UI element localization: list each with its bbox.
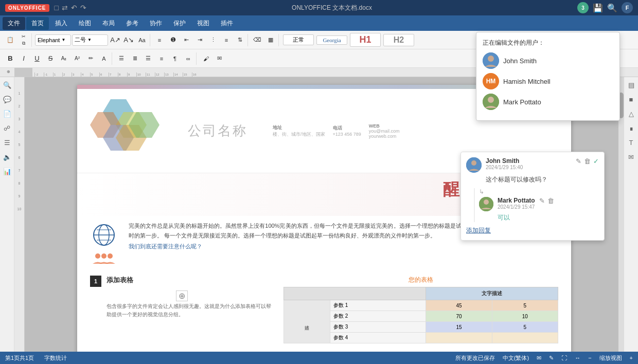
window-icon-1[interactable]: □: [55, 4, 59, 12]
add-reply-link[interactable]: 添加回复: [466, 226, 599, 235]
track-changes-btn[interactable]: ✎: [549, 355, 554, 361]
style-georgia[interactable]: Georgia: [316, 35, 347, 45]
superscript-btn[interactable]: A²: [71, 52, 83, 65]
menu-home[interactable]: 首页: [26, 17, 49, 30]
underline-btn[interactable]: U: [31, 52, 43, 65]
indent-decrease-btn[interactable]: ⇤: [180, 34, 192, 46]
body-paragraph-cont: 每一个文件是无限接近完美的。选择一个理想的标题是试图起草一份结构良好、外观漂亮的…: [164, 232, 436, 239]
font-size-select[interactable]: 二号 ▼: [72, 34, 108, 46]
menu-layout[interactable]: 布局: [97, 17, 120, 30]
web-col: WEB you@mail.com yourweb.com: [369, 123, 400, 139]
sidebar-track-icon[interactable]: 📄: [2, 108, 12, 119]
font-decrease-btn[interactable]: A↘: [122, 34, 135, 46]
comment-panel: John Smith 2024/1/29 15:40 ✎ 🗑 ✓ 这个标题可以修…: [460, 152, 605, 241]
fit-page-btn[interactable]: ⛶: [561, 355, 567, 361]
cut-btn[interactable]: ✂: [17, 33, 30, 40]
word-count[interactable]: 字数统计: [44, 354, 67, 362]
align-center-btn[interactable]: ≡: [220, 34, 233, 46]
sidebar-comment-icon[interactable]: 💬: [2, 94, 12, 104]
mail-merge-btn[interactable]: ✉: [213, 52, 225, 65]
comment-1-meta: John Smith 2024/1/29 15:40: [486, 157, 572, 170]
table-row1-col1: 45: [426, 300, 492, 311]
strikethrough-btn[interactable]: S: [44, 52, 57, 65]
copy-btn[interactable]: ⧉: [17, 41, 30, 47]
color-fill-btn[interactable]: ▦: [264, 34, 277, 46]
menu-draw[interactable]: 绘图: [74, 17, 96, 30]
language-selector[interactable]: 中文(繁体): [503, 354, 529, 362]
search-top-icon[interactable]: 🔍: [607, 3, 617, 13]
undo-icon[interactable]: ↶: [71, 4, 77, 12]
sidebar-plugin-icon[interactable]: ☍: [2, 123, 12, 133]
sidebar-search-icon[interactable]: 🔍: [2, 80, 12, 90]
zoom-in-btn[interactable]: +: [630, 355, 633, 361]
align-center2-btn[interactable]: ≣: [129, 52, 141, 65]
right-sidebar-mail-icon[interactable]: ✉: [626, 152, 636, 162]
list-unordered-btn[interactable]: ≡: [153, 34, 166, 46]
right-sidebar-icon1[interactable]: ▤: [626, 80, 636, 90]
save-icon[interactable]: 💾: [593, 3, 603, 13]
paste-btn[interactable]: 📋: [4, 34, 16, 46]
highlight-btn[interactable]: ✏: [84, 52, 97, 65]
table-row3-label: 参数 3: [330, 322, 426, 333]
svg-point-11: [95, 253, 100, 259]
table-row1-label: 参数 1: [330, 300, 426, 311]
font-color-btn[interactable]: A: [98, 52, 110, 65]
reply-delete-btn[interactable]: 🗑: [547, 197, 554, 205]
style-normal[interactable]: 正常: [283, 34, 314, 45]
menu-insert[interactable]: 插入: [50, 17, 73, 30]
hexagon-logo: [87, 94, 180, 166]
font-increase-btn[interactable]: A↗: [109, 34, 121, 46]
svg-point-17: [488, 97, 494, 103]
right-sidebar-text-icon[interactable]: T: [626, 137, 636, 148]
menu-file[interactable]: 文件: [3, 17, 25, 30]
align-left-btn[interactable]: ⋮: [207, 34, 219, 46]
italic-btn[interactable]: I: [17, 52, 30, 65]
comment-delete-btn[interactable]: 🗑: [584, 157, 591, 165]
align-left2-btn[interactable]: ☰: [115, 52, 128, 65]
window-icon-2[interactable]: ⇄: [62, 4, 68, 12]
copy-style-btn[interactable]: 🖌: [200, 52, 212, 65]
right-sidebar-icon2[interactable]: ■: [626, 94, 636, 104]
sidebar-list-icon[interactable]: ☰: [2, 137, 12, 148]
align-justify-btn[interactable]: ≡: [155, 52, 168, 65]
table-title: 您的表格: [283, 276, 558, 284]
menu-collaborate[interactable]: 协作: [145, 17, 167, 30]
add-table-btn[interactable]: ⊕: [90, 291, 273, 301]
comment-edit-btn[interactable]: ✎: [576, 157, 581, 165]
body-link[interactable]: 我们到底还需要注意什么呢？: [129, 243, 202, 249]
bold-btn[interactable]: B: [4, 52, 16, 65]
align-right-btn[interactable]: ☰: [142, 52, 154, 65]
indent-increase-btn[interactable]: ⇥: [193, 34, 206, 46]
menu-reference[interactable]: 参考: [121, 17, 144, 30]
line-spacing-btn[interactable]: ⇅: [234, 34, 246, 46]
user-avatar-top[interactable]: F: [622, 2, 633, 13]
svg-point-12: [101, 253, 107, 259]
comment-resolve-btn[interactable]: ✓: [593, 157, 599, 165]
style-h2[interactable]: H2: [383, 34, 414, 46]
company-name-area: 公司名称: [188, 94, 265, 168]
subscript-btn[interactable]: A₂: [58, 52, 70, 65]
svg-point-15: [488, 56, 494, 62]
reply-edit-btn[interactable]: ✎: [539, 197, 545, 205]
zoom-out-btn[interactable]: −: [588, 355, 591, 361]
menu-view[interactable]: 视图: [192, 17, 215, 30]
font-name-select[interactable]: Elephant ▼: [35, 34, 71, 46]
spell-check-icon[interactable]: ✉: [537, 355, 541, 361]
user-avatar-hamish: HM: [483, 73, 499, 89]
redo-icon[interactable]: ↷: [80, 4, 86, 12]
section-text: 包含很多字的文件肯定会让人感到很无趣。这就是为什么添加表格可以帮助提供一个更好的…: [107, 302, 273, 319]
menu-plugin[interactable]: 插件: [216, 17, 238, 30]
user-count-display[interactable]: 3: [577, 2, 589, 13]
list-ordered-btn[interactable]: ➊: [167, 34, 179, 46]
style-h1[interactable]: H1: [350, 33, 381, 47]
pilcrow-btn[interactable]: ¶: [169, 52, 181, 65]
fit-width-btn[interactable]: ↔: [575, 355, 580, 361]
right-sidebar-chart-icon[interactable]: ∎: [626, 123, 636, 133]
sidebar-chart-icon[interactable]: 📊: [2, 166, 12, 176]
clear-format-btn[interactable]: ⌫: [251, 34, 263, 46]
special-char-btn[interactable]: ∞: [182, 52, 194, 65]
sidebar-audio-icon[interactable]: 🔈: [2, 152, 12, 162]
menu-protect[interactable]: 保护: [168, 17, 191, 30]
right-sidebar-icon3[interactable]: △: [626, 108, 636, 119]
font-size-btn[interactable]: Aa: [136, 34, 148, 46]
